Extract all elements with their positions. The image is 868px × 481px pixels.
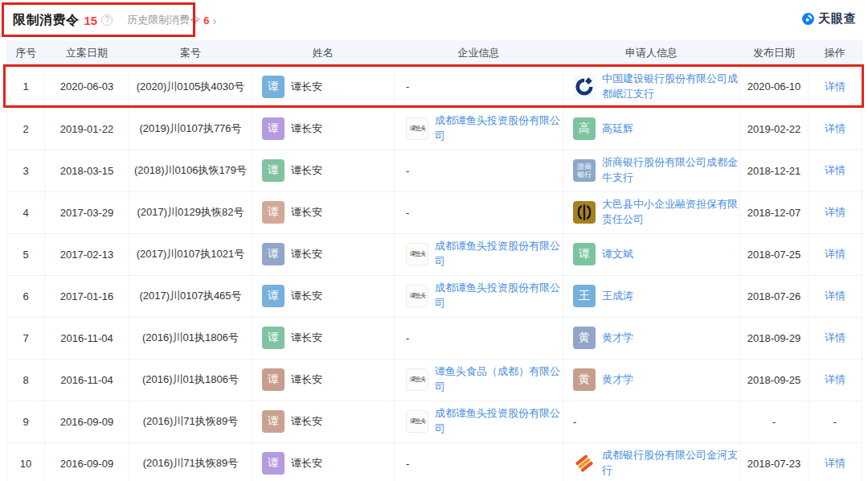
cell-no: 9 bbox=[7, 401, 45, 442]
history-link[interactable]: 历史限制消费令 6 › bbox=[127, 13, 216, 27]
cell-company: 谭鱼头成都谭鱼头投资股份有限公司 bbox=[395, 233, 563, 275]
company-link[interactable]: 成都谭鱼头投资股份有限公司 bbox=[435, 113, 562, 144]
detail-link[interactable]: 详情 bbox=[825, 373, 845, 385]
applicant-link[interactable]: 浙商银行股份有限公司成都金牛支行 bbox=[602, 155, 739, 186]
cell-publish-date: 2018-07-25 bbox=[740, 233, 809, 275]
applicant-entity: 成都银行股份有限公司金河支行 bbox=[573, 448, 739, 479]
detail-link[interactable]: 详情 bbox=[825, 80, 845, 92]
applicant-link[interactable]: 高廷辉 bbox=[602, 121, 633, 137]
company-link[interactable]: 成都谭鱼头投资股份有限公司 bbox=[435, 406, 562, 437]
tyt-logo-icon: 谭鱼头 bbox=[406, 243, 428, 265]
table-row: 92016-09-09(2016)川71执恢89号谭谭长安谭鱼头成都谭鱼头投资股… bbox=[7, 401, 862, 442]
table-row: 52017-02-13(2017)川0107执1021号谭谭长安谭鱼头成都谭鱼头… bbox=[7, 233, 862, 275]
person: 谭谭长安 bbox=[262, 285, 394, 307]
column-header: 发布日期 bbox=[740, 40, 809, 66]
help-icon[interactable]: ? bbox=[101, 14, 113, 26]
applicant-link[interactable]: 大邑县中小企业融资担保有限责任公司 bbox=[602, 197, 739, 228]
company-link[interactable]: 谭鱼头食品（成都）有限公司 bbox=[435, 364, 562, 395]
company-empty: - bbox=[406, 458, 409, 470]
logo-label: 谭鱼头 bbox=[409, 376, 425, 383]
person-name: 谭长安 bbox=[291, 456, 322, 471]
applicant-entity: 大邑县中小企业融资担保有限责任公司 bbox=[573, 197, 739, 228]
table-row: 62017-01-16(2017)川0107执465号谭谭长安谭鱼头成都谭鱼头投… bbox=[7, 275, 862, 317]
detail-link[interactable]: 详情 bbox=[825, 290, 845, 302]
detail-link[interactable]: 详情 bbox=[825, 164, 845, 176]
person-avatar: 黄 bbox=[573, 327, 596, 349]
cell-person: 谭谭长安 bbox=[252, 401, 395, 442]
cell-person: 谭谭长安 bbox=[252, 275, 395, 317]
cell-no: 5 bbox=[7, 233, 45, 275]
applicant-link[interactable]: 中国建设银行股份有限公司成都岷江支行 bbox=[602, 72, 739, 102]
person-avatar: 谭 bbox=[262, 410, 285, 433]
cell-publish-date: 2018-07-26 bbox=[740, 275, 809, 317]
detail-link[interactable]: 详情 bbox=[825, 331, 845, 343]
cell-action: 详情 bbox=[809, 66, 862, 108]
cell-action: 详情 bbox=[809, 275, 862, 317]
applicant-link[interactable]: 王成涛 bbox=[602, 289, 633, 304]
cell-filing-date: 2016-11-04 bbox=[45, 359, 129, 401]
action-empty: - bbox=[833, 416, 837, 428]
person-avatar: 谭 bbox=[262, 285, 285, 307]
detail-link[interactable]: 详情 bbox=[825, 122, 845, 134]
cell-case-no: (2017)川0107执465号 bbox=[129, 275, 252, 317]
tianyancha-logo-icon bbox=[801, 12, 815, 26]
detail-link[interactable]: 详情 bbox=[825, 206, 845, 218]
cell-case-no: (2017)川0129执恢82号 bbox=[129, 191, 252, 233]
person: 谭谭长安 bbox=[262, 159, 394, 182]
applicant-empty: - bbox=[573, 416, 576, 428]
column-header: 序号 bbox=[7, 40, 45, 66]
cell-person: 谭谭长安 bbox=[252, 66, 395, 108]
table-row: 32018-03-15(2018)川0106执恢179号谭谭长安-浙商银行浙商银… bbox=[7, 150, 862, 191]
cell-filing-date: 2019-01-22 bbox=[45, 108, 129, 150]
person: 谭谭长安 bbox=[262, 368, 394, 391]
cell-no: 2 bbox=[7, 108, 45, 150]
person: 谭谭长安 bbox=[262, 327, 394, 349]
tyt-logo-icon: 谭鱼头 bbox=[406, 368, 428, 391]
applicant-entity: 黄黄才学 bbox=[573, 368, 739, 391]
detail-link[interactable]: 详情 bbox=[825, 457, 845, 469]
table-row: 72016-11-04(2016)川01执1806号谭谭长安-黄黄才学2018-… bbox=[7, 317, 862, 359]
detail-link[interactable]: 详情 bbox=[825, 248, 845, 260]
cell-action: 详情 bbox=[809, 442, 862, 481]
company-entity: 谭鱼头成都谭鱼头投资股份有限公司 bbox=[406, 281, 563, 311]
cell-filing-date: 2016-09-09 bbox=[45, 442, 129, 481]
tyt-logo-icon: 谭鱼头 bbox=[406, 117, 428, 140]
applicant-entity: 浙商银行浙商银行股份有限公司成都金牛支行 bbox=[573, 155, 739, 186]
cell-company: - bbox=[395, 66, 563, 108]
person-avatar: 谭 bbox=[573, 243, 596, 265]
column-header: 申请人信息 bbox=[563, 40, 740, 66]
cell-applicant: 黄黄才学 bbox=[563, 317, 740, 359]
company-link[interactable]: 成都谭鱼头投资股份有限公司 bbox=[435, 239, 562, 269]
table-row: 82016-11-04(2016)川01执1806号谭谭长安谭鱼头谭鱼头食品（成… bbox=[7, 359, 862, 401]
logo-label: 浙商银行 bbox=[576, 162, 592, 179]
cell-publish-date: 2018-09-29 bbox=[740, 317, 809, 359]
applicant-entity: 中国建设银行股份有限公司成都岷江支行 bbox=[573, 72, 739, 102]
applicant-link[interactable]: 黄才学 bbox=[602, 331, 633, 346]
cell-applicant: - bbox=[563, 401, 740, 442]
cell-applicant: 王王成涛 bbox=[563, 275, 740, 317]
cell-action: 详情 bbox=[809, 233, 862, 275]
logo-label: 谭鱼头 bbox=[409, 125, 425, 132]
cell-person: 谭谭长安 bbox=[252, 108, 395, 150]
person-name: 谭长安 bbox=[291, 414, 322, 429]
cell-case-no: (2020)川0105执4030号 bbox=[129, 66, 252, 108]
tianyancha-brand: 天眼查 bbox=[801, 11, 857, 27]
cell-no: 3 bbox=[7, 150, 45, 191]
cell-person: 谭谭长安 bbox=[252, 317, 395, 359]
cell-company: 谭鱼头成都谭鱼头投资股份有限公司 bbox=[395, 401, 563, 442]
applicant-link[interactable]: 谭文斌 bbox=[602, 247, 633, 262]
applicant-link[interactable]: 成都银行股份有限公司金河支行 bbox=[602, 448, 739, 479]
cell-no: 7 bbox=[7, 317, 45, 359]
person-avatar: 谭 bbox=[262, 327, 285, 349]
table-row: 12020-06-03(2020)川0105执4030号谭谭长安-中国建设银行股… bbox=[7, 66, 862, 108]
tyt-logo-icon: 谭鱼头 bbox=[406, 410, 428, 433]
cell-company: - bbox=[395, 317, 563, 359]
cell-person: 谭谭长安 bbox=[252, 233, 395, 275]
person-name: 谭长安 bbox=[291, 331, 322, 345]
person-avatar: 谭 bbox=[262, 201, 285, 224]
person-avatar: 高 bbox=[573, 117, 596, 140]
cell-action: 详情 bbox=[809, 108, 862, 150]
applicant-link[interactable]: 黄才学 bbox=[602, 372, 633, 388]
logo-label: 谭鱼头 bbox=[409, 251, 425, 257]
company-link[interactable]: 成都谭鱼头投资股份有限公司 bbox=[435, 281, 562, 311]
